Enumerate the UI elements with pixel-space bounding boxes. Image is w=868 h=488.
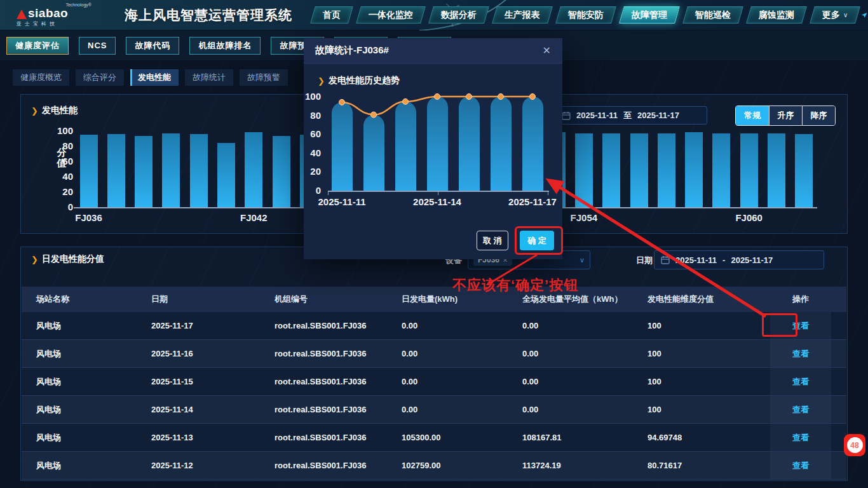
modal-y-tick-40: 40 <box>304 147 321 158</box>
date-separator: - <box>722 255 725 265</box>
menu-item-NCS[interactable]: NCS <box>79 37 116 55</box>
nav-item-label: 更多 <box>822 10 840 21</box>
bar-FJ042 <box>245 132 262 207</box>
tab-故障预警[interactable]: 故障预警 <box>240 69 288 86</box>
daily-date-range[interactable]: 2025-11-11 - 2025-11-17 <box>654 250 824 269</box>
bar-FJ040 <box>190 134 208 207</box>
cell-actions-r2: 查看 <box>738 340 846 367</box>
nav-item-一体化监控[interactable]: 一体化监控 <box>356 6 426 24</box>
modal-y-tick-100: 100 <box>304 91 321 102</box>
cell-r4-c4: 0.00 <box>402 405 522 414</box>
table-row-1: 风电场2025-11-17root.real.SBS001.FJ0360.000… <box>22 312 846 340</box>
menu-item-故障代码[interactable]: 故障代码 <box>126 37 179 55</box>
nav-item-label: 故障管理 <box>632 10 667 21</box>
modal-x-axis-line <box>328 191 549 192</box>
view-link[interactable]: 查看 <box>792 348 809 360</box>
chevron-down-icon: ∨ <box>843 11 848 18</box>
bar-FJ043 <box>273 136 290 207</box>
cell-r5-c2: 2025-11-13 <box>151 433 275 442</box>
top-bar: Technology® siabao 亚士宝科技 海上风电智慧运营管理系统 首页… <box>0 0 868 30</box>
bar-FJ037 <box>107 134 125 207</box>
nav-item-首页[interactable]: 首页 <box>310 6 353 24</box>
cell-actions-r5: 查看 <box>738 424 846 451</box>
bar-FJ041 <box>217 143 235 207</box>
table-date-label: 日期 <box>636 255 653 266</box>
chevron-down-icon: ∨ <box>580 256 585 264</box>
nav-item-label: 智能安防 <box>568 10 604 21</box>
top-right-tools: 搜索导航 37 <box>862 4 868 27</box>
bar-FJ060 <box>740 133 758 207</box>
view-link[interactable]: 查看 <box>792 320 809 332</box>
view-link[interactable]: 查看 <box>792 404 809 416</box>
menu-item-健康度评估[interactable]: 健康度评估 <box>6 37 69 55</box>
nav-item-数据分析[interactable]: 数据分析 <box>428 6 489 24</box>
cell-r6-c5: 113724.19 <box>522 461 648 470</box>
table-header: 场站名称日期机组编号日发电量(kWh)全场发电量平均值（kWh）发电性能维度分值… <box>22 287 846 312</box>
nav-item-智能巡检[interactable]: 智能巡检 <box>682 6 743 24</box>
nav-item-生产报表[interactable]: 生产报表 <box>492 6 553 24</box>
y-tick-20: 20 <box>46 186 73 197</box>
cell-r5-c6: 94.69748 <box>648 433 738 442</box>
bar-FJ058 <box>685 132 703 207</box>
tab-健康度概览[interactable]: 健康度概览 <box>13 69 69 86</box>
cell-r3-c1: 风电场 <box>36 376 151 388</box>
action-band: 查看 <box>770 368 831 395</box>
cell-r2-c5: 0.00 <box>522 349 648 358</box>
daily-panel-title: ❯ 日发电性能分值 <box>31 254 104 265</box>
floating-notification-button[interactable]: 48 <box>844 434 865 456</box>
bar-FJ061 <box>768 133 785 207</box>
modal-x-tick-2025-11-17: 2025-11-17 <box>497 196 562 207</box>
menu-item-机组故障排名[interactable]: 机组故障排名 <box>189 37 261 55</box>
column-header-4: 日发电量(kWh) <box>402 294 522 305</box>
modal-x-tick-2025-11-11: 2025-11-11 <box>306 196 377 207</box>
modal-axis-tick-2 <box>548 192 548 195</box>
cell-r2-c4: 0.00 <box>402 349 522 358</box>
nav-item-智能安防[interactable]: 智能安防 <box>555 6 616 24</box>
tab-综合评分[interactable]: 综合评分 <box>76 69 124 86</box>
confirm-button[interactable]: 确 定 <box>520 231 554 250</box>
cell-r2-c3: root.real.SBS001.FJ036 <box>275 349 402 358</box>
modal-bar-2025-11-16 <box>491 97 512 191</box>
table-row-3: 风电场2025-11-15root.real.SBS001.FJ0360.000… <box>22 368 846 396</box>
table-row-2: 风电场2025-11-16root.real.SBS001.FJ0360.000… <box>22 340 846 368</box>
cell-r5-c3: root.real.SBS001.FJ036 <box>275 433 402 442</box>
cell-actions-r4: 查看 <box>738 396 846 423</box>
y-tick-40: 40 <box>46 171 73 182</box>
cell-r4-c2: 2025-11-14 <box>151 405 275 414</box>
action-band: 查看 <box>770 340 831 367</box>
table-row-6: 风电场2025-11-12root.real.SBS001.FJ03610275… <box>22 452 846 480</box>
nav-item-故障管理[interactable]: 故障管理 <box>619 6 680 24</box>
x-tick-FJ054: FJ054 <box>555 212 613 223</box>
bar-FJ059 <box>712 133 730 207</box>
cell-r5-c4: 105300.00 <box>402 433 522 442</box>
brand-logo: Technology® siabao 亚士宝科技 <box>0 3 113 27</box>
cell-r3-c4: 0.00 <box>402 377 522 386</box>
cell-r4-c3: root.real.SBS001.FJ036 <box>275 405 402 414</box>
modal-y-tick-20: 20 <box>304 166 321 177</box>
nav-item-label: 智能巡检 <box>695 10 731 21</box>
modal-y-tick-80: 80 <box>304 110 321 121</box>
brand-tagline: Technology® <box>65 3 92 7</box>
nav-item-腐蚀监测[interactable]: 腐蚀监测 <box>746 6 807 24</box>
y-tick-0: 0 <box>46 201 73 212</box>
daily-score-panel: ❯ 日发电性能分值 设备 FJ036 ✕ ∨ 日期 2025-11-11 - 2… <box>20 247 848 481</box>
cell-r3-c6: 100 <box>648 377 738 386</box>
tab-发电性能[interactable]: 发电性能 <box>130 69 179 86</box>
cell-r5-c5: 108167.81 <box>522 433 648 442</box>
modal-y-tick-0: 0 <box>304 185 321 196</box>
cell-actions-r6: 查看 <box>738 452 846 479</box>
search-nav-button[interactable]: 搜索导航 <box>862 4 868 27</box>
cell-r1-c3: root.real.SBS001.FJ036 <box>275 321 402 330</box>
cell-r1-c6: 100 <box>648 321 738 330</box>
bar-FJ036 <box>80 135 98 207</box>
cancel-button[interactable]: 取 消 <box>477 231 508 250</box>
view-link[interactable]: 查看 <box>792 460 809 471</box>
view-link[interactable]: 查看 <box>792 376 809 388</box>
tab-故障统计[interactable]: 故障统计 <box>185 69 233 86</box>
nav-item-更多[interactable]: 更多∨ <box>810 6 860 24</box>
modal-y-tick-60: 60 <box>304 128 321 139</box>
view-link[interactable]: 查看 <box>792 432 809 444</box>
cell-r2-c6: 100 <box>648 349 738 358</box>
cell-r6-c2: 2025-11-12 <box>151 461 275 470</box>
cell-r5-c1: 风电场 <box>36 432 151 444</box>
